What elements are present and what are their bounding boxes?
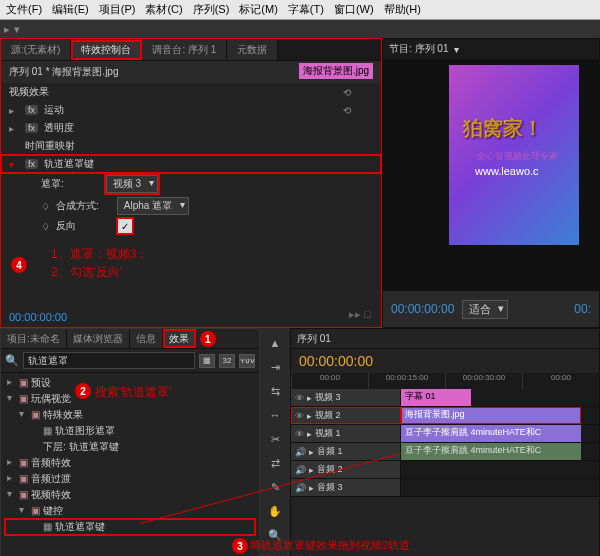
razor-tool-icon[interactable]: ✂ xyxy=(266,430,284,448)
track-v3[interactable]: 👁▸视频 3 字幕 01 xyxy=(291,389,599,407)
menu-clip[interactable]: 素材(C) xyxy=(145,2,182,17)
zoom-fit-dropdown[interactable]: 适合 xyxy=(462,300,508,319)
track-a3[interactable]: 🔊▸音频 3 xyxy=(291,479,599,497)
timeline-seq-tab[interactable]: 序列 01 xyxy=(297,332,331,346)
tree-audio-trans[interactable]: ▸▣音频过渡 xyxy=(5,471,255,487)
effects-panel: 项目:未命名 媒体浏览器 信息 效果 1 🔍 ▦ 32 ʏᴜᴠ ▸▣预设 2 搜… xyxy=(0,328,260,556)
ec-track-matte[interactable]: ▾fx轨道遮罩键 xyxy=(1,155,381,173)
track-select-tool-icon[interactable]: ⇥ xyxy=(266,358,284,376)
program-monitor-panel: 节目: 序列 01 ▾ 狛窝家！ 全心音视频处理专家 www.leawo.c 0… xyxy=(382,38,600,328)
clip-v1[interactable]: 豆子李子擦肩跳 4minuteHATE和C xyxy=(401,425,581,442)
tree-keying[interactable]: ▾▣键控 xyxy=(5,503,255,519)
tree-presets[interactable]: ▸▣预设 2 搜索'轨道遮罩' xyxy=(5,375,255,391)
track-v2[interactable]: 👁▸视频 2 海报背景图.jpg xyxy=(291,407,599,425)
reset-icon[interactable]: ⟲ xyxy=(343,105,351,116)
tab-source[interactable]: 源:(无素材) xyxy=(1,40,71,60)
timeline-panel: 序列 01 00:00:00:00 00:0000:00:15:0000:00:… xyxy=(290,328,600,556)
menu-title[interactable]: 字幕(T) xyxy=(288,2,324,17)
tree-special[interactable]: ▾▣特殊效果 xyxy=(5,407,255,423)
selection-tool-icon[interactable]: ▲ xyxy=(266,334,284,352)
track-v1[interactable]: 👁▸视频 1 豆子李子擦肩跳 4minuteHATE和C xyxy=(291,425,599,443)
menu-project[interactable]: 项目(P) xyxy=(99,2,136,17)
program-timecode[interactable]: 00:00:00:00 xyxy=(391,302,454,316)
tab-effects[interactable]: 效果 xyxy=(163,329,196,348)
ec-motion[interactable]: ▸fx运动⟲ xyxy=(1,101,381,119)
filter-icon-2[interactable]: 32 xyxy=(219,354,235,368)
program-monitor[interactable]: 狛窝家！ 全心音视频处理专家 www.leawo.c xyxy=(383,59,599,291)
annotation-drag-text: 将轨道遮罩键效果拖到视频2轨道 的图片文件上 xyxy=(250,538,490,556)
ripple-tool-icon[interactable]: ⇆ xyxy=(266,382,284,400)
tree-audio-fx[interactable]: ▸▣音频特效 xyxy=(5,455,255,471)
toolbar: ▸ ▾ xyxy=(0,20,600,38)
dropdown-icon[interactable]: ▾ xyxy=(454,44,459,55)
ec-timecode[interactable]: 00:00:00:00 xyxy=(9,311,67,323)
annotation-badge-1: 1 xyxy=(200,331,216,347)
menu-help[interactable]: 帮助(H) xyxy=(384,2,421,17)
tab-media-browser[interactable]: 媒体浏览器 xyxy=(67,329,130,348)
menu-file[interactable]: 文件(F) xyxy=(6,2,42,17)
monitor-video-frame: 狛窝家！ 全心音视频处理专家 www.leawo.c xyxy=(449,65,579,245)
menubar: 文件(F) 编辑(E) 项目(P) 素材(C) 序列(S) 标记(M) 字幕(T… xyxy=(0,0,600,20)
program-tab[interactable]: 节目: 序列 01 xyxy=(389,42,448,56)
ec-composite: ♢合成方式: Alpha 遮罩 xyxy=(1,195,381,217)
tree-video-fx[interactable]: ▾▣视频特效 xyxy=(5,487,255,503)
toolbar-arrow-icon[interactable]: ▸ xyxy=(4,23,10,36)
filter-icon-1[interactable]: ▦ xyxy=(199,354,215,368)
ec-reverse: ♢反向 ✓ xyxy=(1,217,381,235)
toolbar-dropdown-icon[interactable]: ▾ xyxy=(14,23,20,36)
slip-tool-icon[interactable]: ⇄ xyxy=(266,454,284,472)
tree-track-matte-key[interactable]: ▦轨道遮罩键 xyxy=(5,519,255,535)
tab-effect-controls[interactable]: 特效控制台 xyxy=(71,40,142,60)
annotation-text-2: 2、勾选'反向' xyxy=(51,263,361,281)
track-a1[interactable]: 🔊▸音频 1 豆子李子擦肩跳 4minuteHATE和C xyxy=(291,443,599,461)
menu-edit[interactable]: 编辑(E) xyxy=(52,2,89,17)
annotation-badge-3: 3 xyxy=(232,538,248,554)
effects-tree: ▸▣预设 2 搜索'轨道遮罩' ▾▣玩偶视觉 ▾▣特殊效果 ▦轨道图形遮罩 下层… xyxy=(1,373,259,537)
ec-video-effects-heading: 视频效果⟲ xyxy=(1,83,381,101)
search-icon: 🔍 xyxy=(5,354,19,367)
annotation-text-1: 1、遮罩：视频3； xyxy=(51,245,361,263)
rate-stretch-tool-icon[interactable]: ↔ xyxy=(266,406,284,424)
effects-search-input[interactable] xyxy=(23,352,195,369)
tab-metadata[interactable]: 元数据 xyxy=(227,40,278,60)
tree-matte-effect[interactable]: ▦轨道图形遮罩 xyxy=(5,423,255,439)
timeline-ruler[interactable]: 00:0000:00:15:0000:00:30:0000:00 xyxy=(291,373,599,389)
effect-controls-panel: 源:(无素材) 特效控制台 调音台: 序列 1 元数据 序列 01 * 海报背景… xyxy=(0,38,382,328)
tab-project[interactable]: 项目:未命名 xyxy=(1,329,67,348)
menu-sequence[interactable]: 序列(S) xyxy=(193,2,230,17)
filter-icon-3[interactable]: ʏᴜᴠ xyxy=(239,354,255,368)
composite-dropdown[interactable]: Alpha 遮罩 xyxy=(117,197,189,215)
menu-window[interactable]: 窗口(W) xyxy=(334,2,374,17)
keyframe-back-icon[interactable]: ⟲ xyxy=(343,87,351,98)
clip-v3[interactable]: 字幕 01 xyxy=(401,389,471,406)
menu-marker[interactable]: 标记(M) xyxy=(239,2,278,17)
tab-mixer[interactable]: 调音台: 序列 1 xyxy=(142,40,227,60)
timeline-timecode[interactable]: 00:00:00:00 xyxy=(291,349,599,373)
ec-clip-name: 海报背景图.jpg xyxy=(299,63,373,79)
ec-transport-icon[interactable]: ▸▸ □ xyxy=(349,308,371,321)
tab-info[interactable]: 信息 xyxy=(130,329,163,348)
tree-sub-matte[interactable]: 下层: 轨道遮罩键 xyxy=(5,439,255,455)
clip-v2[interactable]: 海报背景图.jpg xyxy=(401,407,581,424)
annotation-badge-4: 4 xyxy=(11,257,27,273)
tree-distort[interactable]: ▾▣玩偶视觉 xyxy=(5,391,255,407)
matte-dropdown[interactable]: 视频 3 xyxy=(106,175,158,193)
ec-opacity[interactable]: ▸fx透明度 xyxy=(1,119,381,137)
hand-tool-icon[interactable]: ✋ xyxy=(266,502,284,520)
reverse-checkbox[interactable]: ✓ xyxy=(118,219,132,233)
ec-time-remap[interactable]: 时间重映射 xyxy=(1,137,381,155)
program-duration: 00: xyxy=(574,302,591,316)
clip-a1[interactable]: 豆子李子擦肩跳 4minuteHATE和C xyxy=(401,443,581,460)
ec-matte-source: 遮罩: 视频 3 xyxy=(1,173,381,195)
tool-strip: ▲ ⇥ ⇆ ↔ ✂ ⇄ ✎ ✋ 🔍 xyxy=(260,328,290,556)
